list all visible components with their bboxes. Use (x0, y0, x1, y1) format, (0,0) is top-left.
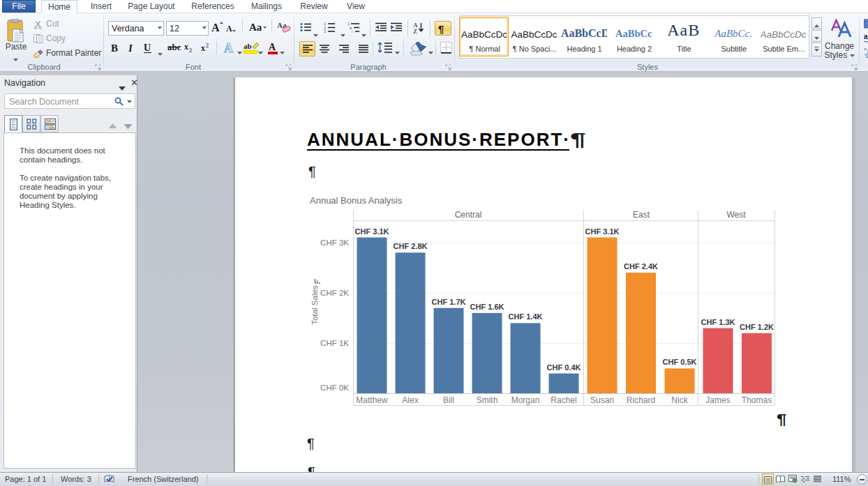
svg-text:x: x (201, 43, 205, 53)
svg-text:U: U (144, 43, 151, 53)
svg-text:Total Sales: Total Sales (310, 285, 319, 325)
svg-text:CHF 2.8K: CHF 2.8K (394, 242, 428, 250)
svg-text:CHF 1.3K: CHF 1.3K (701, 318, 735, 326)
svg-text:West: West (726, 210, 746, 220)
svg-text:A: A (226, 24, 232, 33)
svg-text:Susan: Susan (590, 395, 614, 405)
svg-text:Matthew: Matthew (356, 395, 388, 405)
svg-text:A: A (211, 22, 220, 33)
svg-text:Aa: Aa (249, 22, 262, 33)
svg-text:CHF 3.1K: CHF 3.1K (585, 227, 620, 236)
svg-text:CHF 2.4K: CHF 2.4K (624, 262, 658, 271)
svg-text:B: B (111, 43, 118, 54)
svg-text:Richard: Richard (627, 395, 655, 405)
svg-text:2: 2 (189, 47, 192, 53)
svg-text:CHF 0.4K: CHF 0.4K (547, 363, 581, 372)
svg-text:a: a (864, 33, 868, 40)
svg-text:Z: Z (413, 28, 417, 34)
svg-text:CHF 2K: CHF 2K (320, 289, 349, 297)
svg-text:CHF 1.6K: CHF 1.6K (470, 303, 504, 311)
svg-text:Central: Central (455, 210, 482, 220)
svg-text:i: i (352, 29, 352, 33)
svg-text:I: I (128, 43, 133, 54)
svg-text:Smith: Smith (477, 395, 498, 405)
svg-text:2: 2 (206, 43, 209, 49)
svg-text:CHF 0.5K: CHF 0.5K (663, 358, 697, 366)
svg-text:x: x (184, 43, 188, 52)
svg-text:Nick: Nick (671, 395, 688, 405)
svg-text:A: A (224, 41, 233, 54)
svg-text:CHF 1.4K: CHF 1.4K (509, 312, 543, 321)
svg-text:Annual Bonus Analysis: Annual Bonus Analysis (310, 195, 403, 206)
svg-text:ab: ab (244, 42, 252, 50)
svg-text:CHF 1.7K: CHF 1.7K (432, 298, 466, 306)
svg-text:¶: ¶ (438, 24, 444, 34)
svg-text:Morgan: Morgan (511, 395, 540, 405)
svg-text:3: 3 (324, 29, 326, 33)
svg-text:CHF 3K: CHF 3K (320, 238, 349, 247)
svg-text:James: James (705, 395, 730, 405)
svg-text:CHF 1K: CHF 1K (320, 339, 349, 347)
svg-text:Thomas: Thomas (742, 395, 772, 405)
svg-text:East: East (633, 210, 650, 220)
svg-text:Alex: Alex (402, 395, 418, 405)
svg-text:Bill: Bill (443, 395, 454, 405)
svg-text:A: A (269, 42, 276, 52)
svg-text:CHF 1.2K: CHF 1.2K (740, 323, 774, 331)
svg-text:CHF 0K: CHF 0K (320, 384, 349, 392)
svg-text:CHF 3.1K: CHF 3.1K (355, 227, 389, 236)
svg-text:Rachel: Rachel (551, 395, 576, 405)
